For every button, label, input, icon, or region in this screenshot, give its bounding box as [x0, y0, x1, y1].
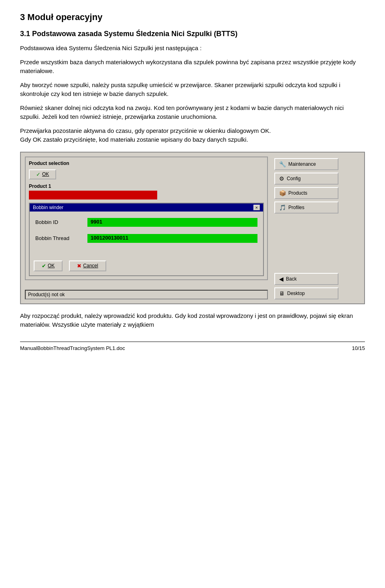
chapter-heading: 3 Moduł operacyjny [20, 12, 365, 22]
bobbin-thread-row: Bobbin Thread 1001200130011 [35, 234, 257, 243]
bobbin-dialog: Bobbin winder × Bobbin ID 9901 Bobbin Th… [29, 203, 264, 276]
section-heading: 3.1 Podstawowa zasada Systemu Śledzenia … [20, 30, 365, 38]
right-panel: 🔧 Maintenance ⚙ Config 📦 Products 🎵 Prof… [272, 157, 360, 299]
footer: ManualBobbinThreadTracingSystem PL1.doc … [20, 342, 365, 351]
product-selection-box: Product selection ✓ OK Product 1 Bobbin … [25, 157, 268, 280]
profiles-icon: 🎵 [279, 204, 286, 211]
bobbin-cancel-x-icon: ✖ [77, 263, 81, 269]
bobbin-ok-check-icon: ✔ [42, 263, 46, 269]
desktop-button[interactable]: 🖥 Desktop [274, 287, 338, 299]
bobbin-dialog-body: Bobbin ID 9901 Bobbin Thread 10012001300… [30, 212, 263, 256]
desktop-icon: 🖥 [279, 290, 285, 297]
bobbin-id-value: 9901 [87, 218, 257, 227]
bobbin-cancel-button[interactable]: ✖ Cancel [69, 260, 106, 271]
maintenance-label: Maintenance [288, 161, 316, 167]
bobbin-ok-button[interactable]: ✔ OK [34, 260, 63, 271]
paragraph-1: Podstawowa idea Systemu Śledzenia Nici S… [20, 44, 365, 53]
bobbin-ok-label: OK [48, 263, 55, 269]
back-button[interactable]: ◀ Back [274, 273, 338, 285]
footer-filename: ManualBobbinThreadTracingSystem PL1.doc [20, 345, 125, 351]
bobbin-dialog-buttons: ✔ OK ✖ Cancel [30, 260, 263, 275]
product1-label: Product 1 [29, 183, 264, 189]
product-selection-ok-button[interactable]: ✓ OK [29, 169, 56, 179]
screenshot-area: Product selection ✓ OK Product 1 Bobbin … [20, 152, 365, 304]
maintenance-icon: 🔧 [279, 161, 286, 167]
config-button[interactable]: ⚙ Config [274, 173, 338, 185]
status-bar: Product(s) not ok [25, 290, 268, 299]
bobbin-dialog-title-bar: Bobbin winder × [30, 203, 263, 212]
products-button[interactable]: 📦 Products [274, 187, 338, 199]
ok-label: OK [42, 171, 49, 177]
profiles-label: Profiles [288, 205, 304, 210]
product1-field [29, 191, 157, 199]
profiles-button[interactable]: 🎵 Profiles [274, 201, 338, 214]
paragraph-after-1: Aby rozpocząć produkt, należy wprowadzić… [20, 311, 365, 330]
paragraph-2: Przede wszystkim baza danych materiałowy… [20, 58, 365, 76]
bobbin-id-label: Bobbin ID [35, 219, 87, 225]
paragraph-5: Przewijarka pozostanie aktywna do czasu,… [20, 126, 365, 144]
back-icon: ◀ [279, 276, 284, 282]
products-icon: 📦 [279, 190, 286, 196]
maintenance-button[interactable]: 🔧 Maintenance [274, 158, 338, 170]
config-icon: ⚙ [279, 175, 284, 182]
bobbin-dialog-title-label: Bobbin winder [33, 205, 63, 210]
left-panel: Product selection ✓ OK Product 1 Bobbin … [25, 157, 268, 299]
ok-check-icon: ✓ [36, 171, 41, 177]
back-label: Back [286, 276, 297, 282]
bobbin-dialog-close-button[interactable]: × [253, 205, 260, 210]
config-label: Config [287, 176, 301, 181]
bobbin-id-row: Bobbin ID 9901 [35, 218, 257, 227]
paragraph-3: Aby tworzyć nowe szpulki, należy pusta s… [20, 81, 365, 99]
bobbin-cancel-label: Cancel [83, 263, 98, 269]
paragraph-4: Również skaner dolnej nici odczyta kod n… [20, 104, 365, 122]
products-label: Products [288, 190, 307, 196]
desktop-label: Desktop [287, 291, 305, 296]
product-selection-title: Product selection [29, 161, 264, 166]
footer-page: 10/15 [352, 345, 365, 351]
bobbin-thread-value: 1001200130011 [87, 234, 257, 243]
bobbin-thread-label: Bobbin Thread [35, 235, 87, 241]
